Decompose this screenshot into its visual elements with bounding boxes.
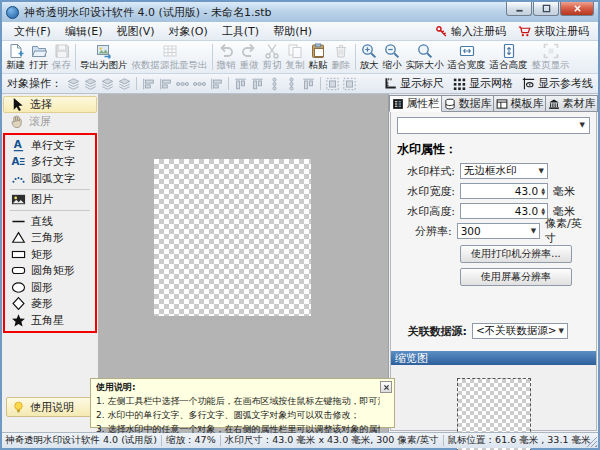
- send-backward-icon: [100, 77, 115, 91]
- zoom-in-button[interactable]: 放大: [358, 42, 381, 73]
- fit-height-button[interactable]: 适合高度: [488, 42, 530, 73]
- minimize-button[interactable]: [506, 2, 532, 16]
- tool-label: 圆角矩形: [31, 263, 75, 278]
- toolbar-button-label: 实际大小: [406, 59, 444, 72]
- note-line: 1. 左侧工具栏中选择一个功能后，在画布区域按住鼠标左键拖动，即可添加一个对象；: [96, 395, 380, 409]
- cart-link[interactable]: 获取注册码: [518, 24, 589, 39]
- window-title: 神奇透明水印设计软件 4.0 (试用版) - 未命名1.stb: [24, 5, 272, 20]
- save-button: 保存: [50, 42, 73, 73]
- window-controls: [505, 2, 594, 16]
- usage-note-panel: 使用说明: 1. 左侧工具栏中选择一个功能后，在画布区域按住鼠标左键拖动，即可添…: [90, 378, 395, 428]
- triangle-tool-button[interactable]: 三角形: [5, 230, 95, 247]
- grid-toggle[interactable]: 显示网格: [453, 76, 513, 91]
- key-link[interactable]: 输入注册码: [435, 24, 506, 39]
- star-tool-button[interactable]: 五角星: [5, 312, 95, 329]
- note-title: 使用说明:: [96, 381, 380, 395]
- whole-page-icon: [543, 43, 559, 59]
- zoom-out-button[interactable]: 缩小: [381, 42, 404, 73]
- screen-resolution-button[interactable]: 使用屏幕分辨率: [460, 268, 572, 286]
- toolbar-button-label: 新建: [6, 59, 25, 72]
- app-logo-icon: [6, 6, 19, 19]
- maximize-button[interactable]: [533, 2, 559, 16]
- dropdown-value: 无边框水印: [464, 164, 517, 178]
- open-folder-icon: [31, 43, 47, 59]
- menu-item-2[interactable]: 视图(V): [109, 23, 161, 40]
- register-link-label: 输入注册码: [451, 24, 506, 39]
- close-button[interactable]: [560, 2, 594, 16]
- arc-text-icon: [11, 171, 26, 186]
- resolution-buttons: 使用打印机分辨率...使用屏幕分辨率: [397, 243, 590, 289]
- menu-item-4[interactable]: 工具(T): [215, 23, 266, 40]
- cursor-icon: [10, 97, 25, 112]
- align-top-icon: [233, 77, 248, 91]
- cart-icon: [518, 25, 531, 38]
- menu-item-1[interactable]: 编辑(E): [58, 23, 110, 40]
- diamond-icon: [11, 296, 26, 311]
- toolbar-button-label: 导出为图片: [80, 59, 128, 72]
- image-tool-button[interactable]: 图片: [5, 192, 95, 209]
- property-label: 分辨率:: [397, 224, 452, 239]
- property-dropdown[interactable]: 无边框水印▼: [460, 163, 548, 179]
- property-spinner[interactable]: 43.0▲ ▼: [460, 183, 548, 199]
- export-image-button[interactable]: 导出为图片: [78, 42, 130, 73]
- align-bottom-icon: [301, 77, 316, 91]
- toolbar-separator: [355, 44, 356, 70]
- whole-page-button: 整页显示: [530, 42, 572, 73]
- diamond-tool-button[interactable]: 菱形: [5, 296, 95, 313]
- spinner-arrows-icon[interactable]: ▲ ▼: [541, 207, 545, 215]
- tool-label: 三角形: [31, 230, 64, 245]
- cut-icon: [264, 43, 280, 59]
- line-tool-button[interactable]: 直线: [5, 213, 95, 230]
- property-spinner[interactable]: 43.0▲ ▼: [460, 203, 548, 219]
- database-icon: [444, 98, 456, 110]
- register-links: 输入注册码获取注册码: [435, 24, 593, 39]
- ruler-toggle[interactable]: 显示标尺: [384, 76, 444, 91]
- object-selector-dropdown[interactable]: ▼: [397, 117, 590, 134]
- status-separator: [443, 435, 444, 446]
- help-button[interactable]: 使用说明: [6, 397, 92, 417]
- spinner-arrows-icon[interactable]: ▲ ▼: [541, 187, 545, 195]
- tab-template[interactable]: 模板库: [494, 95, 546, 112]
- tool-sidebar: 选择 滚屏 A单行文字A多行文字圆弧文字图片直线三角形矩形圆角矩形圆形菱形五角星…: [2, 94, 99, 432]
- delete-icon: [333, 43, 349, 59]
- actual-size-button[interactable]: 实际大小: [404, 42, 446, 73]
- group-icon: [325, 77, 340, 91]
- tab-properties[interactable]: 属性栏: [389, 95, 442, 112]
- new-file-button[interactable]: 新建: [4, 42, 27, 73]
- select-tool-button[interactable]: 选择: [3, 96, 97, 113]
- open-folder-button[interactable]: 打开: [27, 42, 50, 73]
- align-middle-icon: [250, 77, 265, 91]
- hand-icon: [9, 114, 24, 129]
- chevron-down-icon: ▼: [580, 122, 585, 129]
- datasource-dropdown[interactable]: <不关联数据源> ▼: [472, 323, 568, 339]
- menu-item-0[interactable]: 文件(F): [7, 23, 58, 40]
- right-panel-tabs: 属性栏数据库模板库素材库: [389, 94, 598, 112]
- watermark-canvas[interactable]: [154, 159, 311, 316]
- fit-width-button[interactable]: 适合宽度: [446, 42, 488, 73]
- tab-database[interactable]: 数据库: [442, 95, 494, 112]
- menu-item-3[interactable]: 对象(O): [162, 23, 215, 40]
- tool-label: 圆弧文字: [31, 171, 75, 186]
- arc-text-tool-button[interactable]: 圆弧文字: [5, 170, 95, 187]
- rect-tool-button[interactable]: 矩形: [5, 246, 95, 263]
- printer-resolution-button[interactable]: 使用打印机分辨率...: [460, 245, 572, 263]
- multi-text-tool-button[interactable]: A多行文字: [5, 154, 95, 171]
- note-close-button[interactable]: [380, 381, 392, 393]
- property-dropdown[interactable]: 300▼: [457, 223, 540, 239]
- toolbar-separator: [212, 44, 213, 70]
- paste-button[interactable]: 粘贴: [307, 42, 330, 73]
- tab-material[interactable]: 素材库: [546, 95, 598, 112]
- toolbar-button-label: 放大: [360, 59, 379, 72]
- material-icon: [548, 98, 560, 110]
- triangle-icon: [11, 230, 26, 245]
- circle-tool-button[interactable]: 圆形: [5, 279, 95, 296]
- thumbnail-header: 缩览图: [391, 351, 596, 365]
- object-toolbar: 对象操作： 显示标尺显示网格显示参考线: [2, 74, 598, 94]
- tool-divider: [10, 189, 90, 190]
- guides-toggle[interactable]: 显示参考线: [522, 76, 593, 91]
- single-text-tool-button[interactable]: A单行文字: [5, 137, 95, 154]
- distribute-v-icon: [284, 77, 299, 91]
- menu-item-5[interactable]: 帮助(H): [266, 23, 319, 40]
- round-rect-tool-button[interactable]: 圆角矩形: [5, 263, 95, 280]
- toggle-label: 显示参考线: [538, 76, 593, 91]
